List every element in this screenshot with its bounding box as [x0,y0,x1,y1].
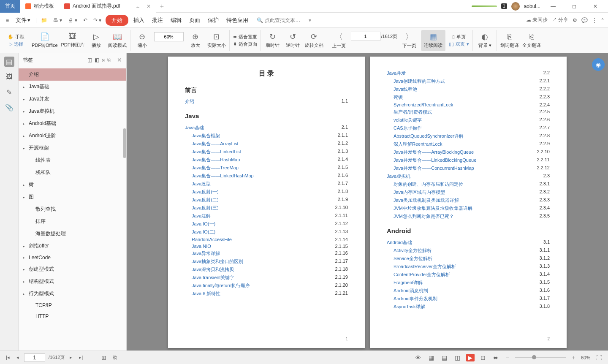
toc-link[interactable]: Java finally与return执行顺序 [192,283,250,289]
toc-link[interactable]: AbstractQueuedSynchronizer详解 [394,133,464,139]
toc-link[interactable]: Java并发集合——ArrayBlockingQueue [394,149,474,155]
close-button[interactable]: ✕ [587,0,604,13]
tab-template[interactable]: 稻壳模板 [20,0,59,13]
attachment-rail-icon[interactable]: 📎 [4,102,14,112]
play-icon[interactable]: ▶ [466,354,475,361]
zoom-input[interactable] [154,32,184,41]
tab-close-icon[interactable]: ✕ [147,3,151,9]
chevron-right-icon[interactable]: ▸ [23,292,25,296]
toc-link[interactable]: Java集合框架 [192,133,220,139]
share-button[interactable]: ↗ 分享 [552,16,568,24]
document-area[interactable]: 目 录 前言 介绍1.1 Java Java基础2.1Java集合框架2.1.1… [127,53,608,350]
page-menu[interactable]: 页面 [187,15,203,26]
chevron-right-icon[interactable]: ▸ [23,183,25,187]
new-tab-button[interactable]: + [156,3,168,10]
toc-link[interactable]: Java反射(一) [192,189,219,195]
status-page-input[interactable] [24,353,45,362]
toc-link[interactable]: AsyncTask详解 [394,304,425,310]
bookmark-item[interactable]: 介绍 [19,68,126,81]
view2-icon[interactable]: ▤ [440,354,449,361]
bookmark-item[interactable]: 海量数据处理 [19,228,126,240]
read-mode[interactable]: 📖阅读模式 [108,32,127,49]
eye-icon[interactable]: 👁 [413,354,423,361]
chevron-right-icon[interactable]: ▸ [23,280,25,284]
print-icon[interactable]: 🖨 ▾ [66,16,79,24]
hand-tool[interactable]: ✋ 手型 [8,33,24,41]
status-add-icon[interactable]: ⊞ [100,354,108,361]
annotate-menu[interactable]: 批注 [149,15,166,26]
chevron-right-icon[interactable]: ▸ [23,85,25,89]
fullscreen-icon[interactable]: ⛶ [594,354,604,361]
toc-link[interactable]: Android消息机制 [394,288,428,294]
toc-link[interactable]: JVM怎么判断对象是否已死？ [394,213,454,220]
toc-link[interactable]: Java注解 [192,213,211,219]
toc-link[interactable]: Java并发集合——LinkedBlockingQueue [394,157,476,163]
toc-link[interactable]: Java集合——LinkedHashMap [192,173,254,179]
tab-pin-icon[interactable]: ⫠ [136,3,141,9]
toc-link[interactable]: 介绍 [185,98,194,105]
bookmark-item[interactable]: 栈和队 [19,166,126,179]
bookmark-close-icon[interactable]: ✕ [117,57,122,63]
bookmark-item[interactable]: 线性表 [19,154,126,166]
toc-link[interactable]: volatile关键字 [394,117,422,123]
view3-icon[interactable]: ◫ [453,354,462,361]
save-icon[interactable]: 🖶 ▾ [52,16,64,24]
toc-link[interactable]: Java异常详解 [192,250,220,257]
fit-page[interactable]: ⬍ 适合页面 [233,41,257,48]
toc-link[interactable]: Fragment详解 [394,280,423,286]
toc-link[interactable]: Java内存区域与内存模型 [394,189,445,196]
bookmark-item[interactable]: ▸树 [19,179,126,191]
bookmark-item[interactable]: TCP/IP [19,300,126,311]
bookmark-item[interactable]: ▸Java并发 [19,93,126,105]
toc-link[interactable]: Java 8 新特性 [192,291,220,297]
bookmark-item[interactable]: ▸Android基础 [19,117,126,130]
settings-icon[interactable]: ⚙ [573,17,577,23]
bm-tool4-icon[interactable]: ⎗ [107,57,110,63]
hamburger-icon[interactable]: ≡ [4,16,11,24]
redo-icon[interactable]: ↷ ▾ [92,16,103,24]
bookmark-item[interactable]: ▸创建型模式 [19,263,126,275]
toc-link[interactable]: Java类加载机制及类加载器详解 [394,197,459,204]
single-page[interactable]: ▯ 单页 [452,33,466,41]
toc-link[interactable]: Java反射(二) [192,197,219,203]
sync-status[interactable]: ☁ 未同步 [526,16,548,24]
play-button[interactable]: ▷播放 [88,32,105,49]
start-menu[interactable]: 开始 [106,15,128,26]
toc-link[interactable]: 对象的创建、内存布局和访问定位 [394,181,463,187]
fit-width[interactable]: ⬌ 适合宽度 [233,33,257,41]
toc-link[interactable]: Synchronized/ReentrantLock [394,102,453,107]
next-page-icon[interactable]: ▸ [68,355,74,360]
bm-tool3-icon[interactable]: ⎘ [102,57,105,63]
toc-link[interactable]: Java IO(一) [192,221,215,227]
toc-link[interactable]: Java IO(二) [192,229,215,235]
bookmark-item[interactable]: ▸结构型模式 [19,275,126,288]
toc-link[interactable]: Java NIO [192,244,211,249]
search-input[interactable] [265,17,307,23]
bookmark-item[interactable]: ▸剑指offer [19,240,126,252]
bookmark-item[interactable]: HTTP [19,311,126,322]
bm-tool2-icon[interactable]: ◧ [95,57,99,63]
maximize-button[interactable]: ◻ [566,0,583,13]
bookmark-rail-icon[interactable]: ▤ [4,57,14,67]
one-to-one-icon[interactable]: ⊡ [479,354,487,361]
toc-link[interactable]: Java集合——ArrayList [192,141,239,147]
toc-link[interactable]: 深入理解ReentrantLock [394,141,442,147]
toc-link[interactable]: Java创建线程的三种方式 [394,78,445,84]
chevron-right-icon[interactable]: ▸ [23,267,25,272]
toc-link[interactable]: Java线程池 [394,86,417,92]
fit-icon[interactable]: ⬌ [491,354,500,361]
toc-link[interactable]: Java并发 [387,70,406,76]
protect-menu[interactable]: 保护 [205,15,221,26]
toc-link[interactable]: Java抽象类和接口的区别 [192,258,243,265]
toc-link[interactable]: Java深拷贝和浅拷贝 [192,266,234,273]
toc-link[interactable]: Java反射(三) [192,205,219,211]
toc-link[interactable]: Java transient关键字 [192,274,234,281]
search-area[interactable]: 🔍 ▾ [257,17,311,23]
rotate-ccw[interactable]: ↺逆时针 [285,32,301,49]
pdf-to-image[interactable]: 🖼PDF转图片 [61,32,84,49]
chevron-right-icon[interactable]: ▸ [23,195,25,199]
last-page-icon[interactable]: ▸| [77,355,84,360]
toc-link[interactable]: Java泛型 [192,181,211,187]
toc-link[interactable]: BroadcastReceiver全方位解析 [394,263,456,270]
toc-link[interactable]: Android基础 [387,239,412,246]
